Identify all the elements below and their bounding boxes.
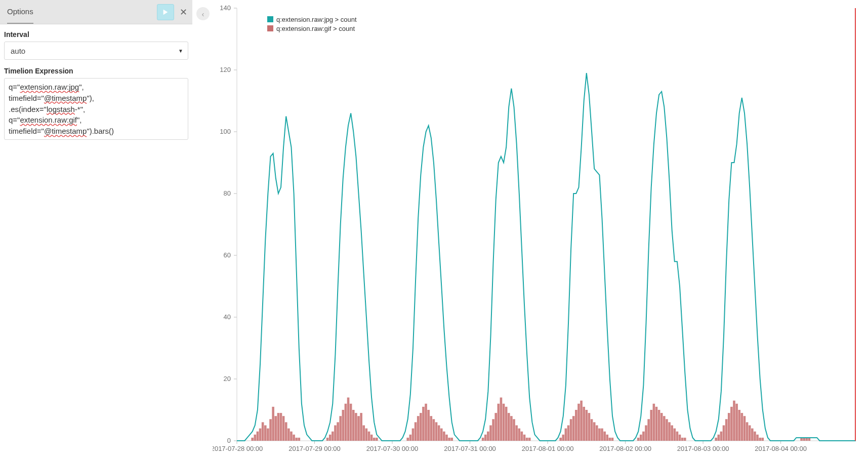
svg-rect-163 [749,426,751,441]
svg-rect-44 [277,413,280,441]
svg-rect-41 [269,419,272,441]
svg-text:40: 40 [224,313,231,321]
svg-text:2017-08-04 00:00: 2017-08-04 00:00 [755,445,807,452]
svg-rect-152 [720,432,723,441]
svg-rect-131 [637,438,640,441]
svg-rect-73 [406,438,409,441]
svg-rect-84 [435,422,438,441]
svg-rect-110 [559,438,562,441]
svg-rect-127 [603,432,606,441]
play-button[interactable] [157,4,174,20]
svg-rect-151 [717,435,720,441]
close-button[interactable]: ✕ [177,6,189,18]
svg-rect-153 [723,426,725,441]
svg-rect-115 [572,416,575,441]
svg-rect-164 [751,429,754,441]
svg-rect-67 [362,426,365,441]
svg-rect-148 [681,438,684,441]
svg-rect-93 [487,432,489,441]
svg-rect-55 [332,432,334,441]
svg-rect-162 [746,422,749,441]
svg-rect-50 [293,435,295,441]
svg-rect-36 [257,432,259,441]
svg-rect-94 [489,426,492,441]
svg-rect-91 [482,438,484,441]
svg-rect-141 [663,416,666,441]
svg-rect-107 [523,435,526,441]
svg-rect-38 [262,422,264,441]
svg-rect-135 [647,419,650,441]
svg-rect-46 [282,416,285,441]
svg-rect-83 [433,419,435,441]
back-button[interactable]: ‹ [196,7,210,20]
svg-rect-79 [422,407,425,441]
options-sidebar: Options ✕ Interval auto Timelion Express… [0,0,192,459]
svg-text:q:extension.raw:jpg > count: q:extension.raw:jpg > count [276,16,357,23]
svg-rect-167 [759,438,761,441]
svg-rect-103 [513,419,515,441]
interval-label: Interval [4,30,188,39]
svg-rect-56 [334,426,337,441]
svg-rect-174 [267,16,273,22]
svg-rect-133 [642,432,645,441]
svg-rect-60 [345,404,347,441]
svg-rect-98 [500,398,503,441]
svg-rect-105 [518,429,520,441]
svg-rect-80 [425,404,427,441]
svg-rect-75 [412,429,415,441]
svg-rect-112 [565,429,567,441]
svg-rect-89 [448,438,450,441]
svg-rect-49 [290,432,293,441]
interval-select[interactable]: auto [4,42,188,60]
svg-text:2017-07-28 00:00: 2017-07-28 00:00 [213,445,263,452]
svg-rect-143 [668,422,671,441]
svg-rect-72 [376,438,378,441]
svg-rect-100 [505,407,508,441]
svg-rect-161 [743,416,746,441]
svg-rect-125 [598,429,601,441]
svg-rect-124 [596,426,598,441]
svg-text:2017-07-31 00:00: 2017-07-31 00:00 [444,445,496,452]
svg-rect-85 [438,426,440,441]
svg-rect-146 [676,432,679,441]
svg-rect-106 [521,432,523,441]
svg-rect-57 [337,422,339,441]
svg-text:80: 80 [224,189,231,197]
svg-rect-128 [606,435,608,441]
svg-rect-66 [360,413,362,441]
svg-rect-119 [583,407,585,441]
chevron-left-icon: ‹ [202,10,204,18]
expression-textarea[interactable]: q="extension.raw:jpg", timefield="@times… [4,78,188,140]
svg-text:60: 60 [224,251,231,259]
svg-rect-47 [285,422,287,441]
svg-rect-139 [658,410,660,441]
svg-rect-155 [728,413,730,441]
options-tab[interactable]: Options [7,7,33,24]
svg-rect-53 [326,438,329,441]
svg-rect-96 [494,413,497,441]
timelion-chart[interactable]: 0204060801001201402017-07-28 00:002017-0… [213,3,863,456]
svg-rect-158 [735,404,738,441]
svg-rect-48 [287,429,290,441]
svg-rect-61 [347,398,350,441]
svg-rect-147 [679,435,681,441]
svg-rect-138 [655,407,658,441]
svg-rect-126 [601,429,603,441]
svg-rect-136 [650,410,652,441]
svg-rect-69 [368,432,370,441]
svg-rect-134 [645,426,647,441]
svg-rect-168 [761,438,764,441]
svg-rect-70 [370,435,373,441]
svg-text:2017-07-30 00:00: 2017-07-30 00:00 [366,445,419,452]
svg-rect-40 [267,429,269,441]
svg-rect-118 [580,401,583,441]
svg-rect-58 [339,416,342,441]
svg-rect-140 [660,413,663,441]
svg-rect-165 [754,432,756,441]
options-header: Options ✕ [0,0,192,24]
svg-rect-159 [738,410,740,441]
svg-rect-35 [254,435,257,441]
svg-rect-52 [298,438,301,441]
svg-rect-157 [733,401,735,441]
svg-rect-45 [280,413,282,441]
